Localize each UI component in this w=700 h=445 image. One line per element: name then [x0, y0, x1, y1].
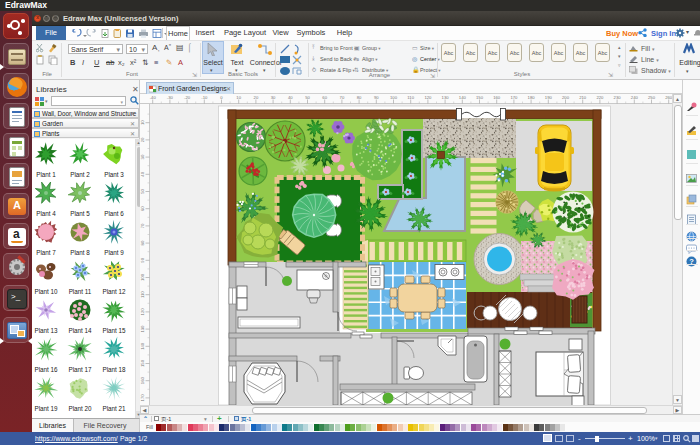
svg-text:30: 30 [140, 154, 145, 159]
svg-text:30: 30 [271, 95, 276, 100]
svg-text:-40: -40 [150, 95, 157, 100]
svg-text:50: 50 [140, 189, 145, 194]
svg-text:100: 100 [390, 95, 398, 100]
svg-text:-10: -10 [201, 95, 208, 100]
svg-text:230: 230 [614, 95, 622, 100]
svg-text:190: 190 [545, 95, 553, 100]
svg-text:90: 90 [374, 95, 379, 100]
svg-text:0: 0 [220, 95, 223, 100]
svg-text:130: 130 [140, 325, 145, 333]
svg-text:170: 170 [140, 394, 145, 402]
svg-text:-30: -30 [167, 95, 174, 100]
svg-text:40: 40 [140, 171, 145, 176]
svg-text:200: 200 [562, 95, 570, 100]
svg-text:120: 120 [424, 95, 432, 100]
svg-text:150: 150 [476, 95, 484, 100]
svg-text:70: 70 [140, 223, 145, 228]
svg-text:170: 170 [510, 95, 518, 100]
svg-text:220: 220 [596, 95, 604, 100]
svg-text:150: 150 [140, 359, 145, 367]
svg-text:20: 20 [140, 137, 145, 142]
svg-text:80: 80 [140, 240, 145, 245]
svg-text:130: 130 [442, 95, 450, 100]
svg-text:160: 160 [493, 95, 501, 100]
svg-text:50: 50 [305, 95, 310, 100]
svg-text:100: 100 [140, 273, 145, 281]
svg-text:110: 110 [140, 291, 145, 298]
svg-text:20: 20 [254, 95, 259, 100]
svg-text:140: 140 [459, 95, 467, 100]
svg-text:250: 250 [648, 95, 656, 100]
svg-text:120: 120 [140, 308, 145, 316]
svg-text:10: 10 [140, 120, 145, 125]
svg-text:140: 140 [140, 342, 145, 350]
svg-text:240: 240 [631, 95, 639, 100]
svg-text:10: 10 [236, 95, 241, 100]
svg-text:110: 110 [407, 95, 414, 100]
svg-text:80: 80 [357, 95, 362, 100]
svg-text:60: 60 [140, 206, 145, 211]
svg-text:70: 70 [340, 95, 345, 100]
svg-text:210: 210 [579, 95, 587, 100]
svg-text:40: 40 [288, 95, 293, 100]
svg-text:-20: -20 [184, 95, 191, 100]
svg-text:90: 90 [140, 257, 145, 262]
svg-text:160: 160 [140, 377, 145, 385]
svg-text:180: 180 [528, 95, 536, 100]
svg-text:60: 60 [322, 95, 327, 100]
